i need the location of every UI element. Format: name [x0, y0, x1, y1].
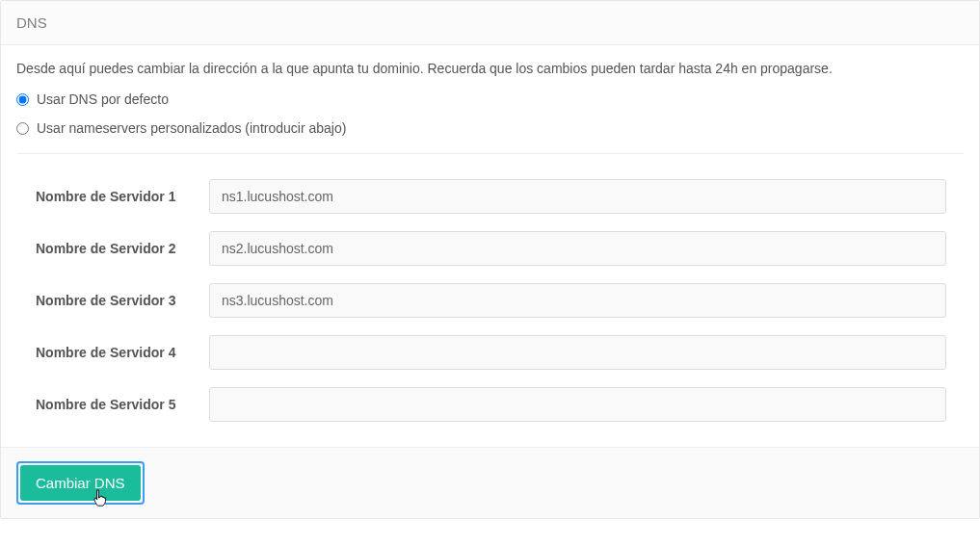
nameserver-input-5[interactable]: [209, 387, 946, 422]
nameserver-label-1: Nombre de Servidor 1: [16, 189, 209, 204]
nameserver-label-4: Nombre de Servidor 4: [16, 345, 209, 360]
panel-footer: Cambiar DNS: [1, 447, 979, 518]
radio-custom-dns-input[interactable]: [16, 122, 29, 135]
nameserver-row-4: Nombre de Servidor 4: [16, 335, 964, 370]
panel-body: Desde aquí puedes cambiar la dirección a…: [1, 45, 979, 447]
nameserver-input-3[interactable]: [209, 283, 946, 318]
nameserver-label-3: Nombre de Servidor 3: [16, 293, 209, 308]
nameserver-row-3: Nombre de Servidor 3: [16, 283, 964, 318]
panel-title: DNS: [16, 14, 47, 31]
radio-default-dns[interactable]: Usar DNS por defecto: [16, 91, 964, 107]
radio-custom-dns-label: Usar nameservers personalizados (introdu…: [37, 120, 346, 136]
nameserver-label-2: Nombre de Servidor 2: [16, 241, 209, 256]
nameserver-row-1: Nombre de Servidor 1: [16, 179, 964, 214]
radio-custom-dns[interactable]: Usar nameservers personalizados (introdu…: [16, 120, 964, 136]
nameserver-row-5: Nombre de Servidor 5: [16, 387, 964, 422]
panel-header: DNS: [1, 1, 979, 45]
submit-button[interactable]: Cambiar DNS: [20, 465, 141, 501]
nameserver-input-1[interactable]: [209, 179, 946, 214]
nameserver-input-2[interactable]: [209, 231, 946, 266]
radio-default-dns-label: Usar DNS por defecto: [37, 91, 169, 107]
dns-panel: DNS Desde aquí puedes cambiar la direcci…: [0, 0, 980, 519]
nameserver-input-4[interactable]: [209, 335, 946, 370]
submit-button-highlight: Cambiar DNS: [16, 461, 145, 505]
submit-button-label: Cambiar DNS: [36, 475, 125, 491]
radio-default-dns-input[interactable]: [16, 93, 29, 106]
nameserver-label-5: Nombre de Servidor 5: [16, 397, 209, 412]
dns-description: Desde aquí puedes cambiar la dirección a…: [16, 61, 964, 76]
nameserver-row-2: Nombre de Servidor 2: [16, 231, 964, 266]
separator: [16, 153, 964, 154]
